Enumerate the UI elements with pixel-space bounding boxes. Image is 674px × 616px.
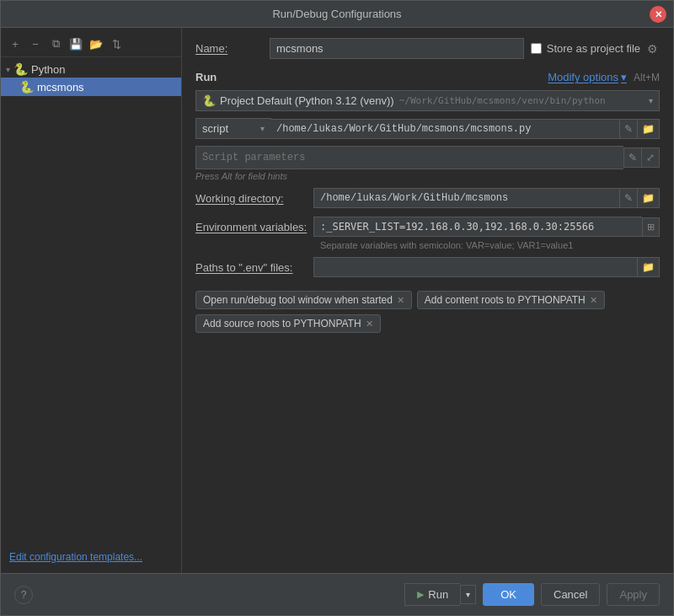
edit-templates-link[interactable]: Edit configuration templates... — [1, 544, 181, 570]
apply-button[interactable]: Apply — [607, 583, 660, 606]
tags-area: Open run/debug tool window when started … — [195, 291, 660, 333]
run-play-icon: ▶ — [417, 589, 424, 600]
sidebar-group-label: Python — [31, 63, 65, 76]
content-area: Name: Store as project file ⚙ Run Modify… — [182, 28, 673, 573]
paths-row: Paths to ".env" files: 📁 — [195, 257, 660, 277]
sidebar-item-label: mcsmons — [37, 81, 84, 94]
paths-input[interactable] — [313, 257, 637, 277]
interpreter-row: 🐍 Project Default (Python 3.12 (venv)) ~… — [195, 90, 660, 111]
help-button[interactable]: ? — [14, 586, 33, 604]
working-dir-input[interactable] — [313, 188, 619, 208]
working-dir-row: Working directory: ✎ 📁 — [195, 188, 660, 208]
script-type-row: script ▾ ✎ 📁 — [195, 118, 660, 139]
item-icon: 🐍 — [19, 80, 34, 94]
add-config-button[interactable]: + — [6, 35, 24, 53]
working-dir-edit-btn[interactable]: ✎ — [619, 188, 638, 208]
script-params-edit-btn[interactable]: ✎ — [623, 147, 642, 168]
modify-options-button[interactable]: Modify options ▾ — [548, 71, 627, 83]
script-type-dropdown[interactable]: script ▾ — [195, 118, 271, 139]
tag-open-tool-window-close[interactable]: ✕ — [397, 295, 404, 306]
hint-text: Press Alt for field hints — [195, 171, 660, 181]
tag-content-roots-label: Add content roots to PYTHONPATH — [425, 294, 586, 306]
dialog-title: Run/Debug Configurations — [272, 8, 401, 20]
script-params-expand-btn[interactable]: ⤢ — [642, 147, 660, 168]
bottom-bar: ? ▶ Run ▾ OK Cancel Apply — [1, 573, 673, 615]
tag-open-tool-window: Open run/debug tool window when started … — [195, 291, 412, 309]
remove-config-button[interactable]: − — [26, 35, 45, 53]
store-project-label: Store as project file — [547, 42, 640, 55]
close-button[interactable]: ✕ — [650, 6, 666, 23]
tag-source-roots-label: Add source roots to PYTHONPATH — [203, 318, 361, 329]
interpreter-icon: 🐍 — [202, 94, 216, 107]
interpreter-path: ~/Work/GitHub/mcsmons/venv/bin/python — [399, 95, 649, 106]
sort-button[interactable]: ⇅ — [107, 35, 126, 53]
env-vars-label: Environment variables: — [195, 221, 313, 233]
tag-content-roots: Add content roots to PYTHONPATH ✕ — [417, 291, 605, 309]
name-input[interactable] — [270, 38, 524, 59]
run-btn-group: ▶ Run ▾ — [404, 583, 476, 606]
tag-open-tool-window-label: Open run/debug tool window when started — [203, 294, 393, 306]
cancel-button[interactable]: Cancel — [541, 583, 600, 606]
script-params-row: ✎ ⤢ — [195, 146, 660, 169]
env-vars-input[interactable] — [313, 217, 642, 237]
sidebar-content: ▾ 🐍 Python 🐍 mcsmons — [1, 57, 181, 99]
run-section-title: Run — [195, 71, 217, 83]
alt-m-hint: Alt+M — [634, 72, 660, 83]
script-path-input[interactable] — [270, 119, 619, 139]
env-hint: Separate variables with semicolon: VAR=v… — [195, 240, 660, 250]
paths-label: Paths to ".env" files: — [195, 261, 313, 274]
run-button-label: Run — [428, 588, 448, 601]
title-bar: Run/Debug Configurations ✕ — [1, 1, 673, 28]
script-type-chevron: ▾ — [260, 124, 265, 133]
ok-button[interactable]: OK — [483, 583, 534, 606]
interpreter-label: Project Default (Python 3.12 (venv)) — [220, 94, 394, 107]
run-button[interactable]: ▶ Run — [404, 583, 460, 606]
sidebar: + − ⧉ 💾 📂 ⇅ ▾ 🐍 Python 🐍 mcsmons Edit co… — [1, 28, 182, 573]
gear-button[interactable]: ⚙ — [645, 42, 660, 56]
store-project-row: Store as project file ⚙ — [531, 42, 660, 56]
tag-source-roots: Add source roots to PYTHONPATH ✕ — [195, 314, 381, 333]
interpreter-dropdown[interactable]: 🐍 Project Default (Python 3.12 (venv)) ~… — [195, 90, 660, 111]
working-dir-folder-btn[interactable]: 📁 — [638, 188, 660, 208]
sidebar-group-python[interactable]: ▾ 🐍 Python — [1, 61, 181, 78]
script-path-folder-btn[interactable]: 📁 — [638, 119, 660, 139]
new-folder-button[interactable]: 📂 — [87, 35, 105, 53]
script-path-edit-btn[interactable]: ✎ — [619, 119, 638, 139]
script-params-input[interactable] — [195, 146, 623, 169]
bottom-left: ? — [14, 586, 33, 604]
modify-options-area: Modify options ▾ Alt+M — [548, 71, 660, 83]
interpreter-chevron: ▾ — [649, 96, 653, 105]
sidebar-toolbar: + − ⧉ 💾 📂 ⇅ — [1, 31, 181, 57]
run-dropdown-arrow[interactable]: ▾ — [460, 585, 476, 604]
run-section-header: Run Modify options ▾ Alt+M — [195, 71, 660, 83]
tag-source-roots-close[interactable]: ✕ — [366, 319, 373, 329]
name-row: Name: Store as project file ⚙ — [195, 38, 660, 59]
sidebar-item-mcsmons[interactable]: 🐍 mcsmons — [1, 78, 181, 96]
script-type-label: script — [202, 122, 228, 135]
paths-folder-btn[interactable]: 📁 — [637, 257, 660, 277]
name-label: Name: — [195, 42, 263, 55]
main-area: + − ⧉ 💾 📂 ⇅ ▾ 🐍 Python 🐍 mcsmons Edit co… — [1, 28, 673, 573]
working-dir-label: Working directory: — [195, 192, 313, 205]
env-vars-expand-btn[interactable]: ⊞ — [642, 217, 660, 237]
python-group-icon: 🐍 — [13, 62, 28, 76]
modify-options-label: Modify options — [548, 71, 618, 83]
run-debug-dialog: Run/Debug Configurations ✕ + − ⧉ 💾 📂 ⇅ ▾… — [0, 0, 674, 616]
expand-icon: ▾ — [6, 65, 10, 74]
env-var-row: Environment variables: ⊞ — [195, 217, 660, 237]
save-config-button[interactable]: 💾 — [67, 35, 85, 53]
copy-config-button[interactable]: ⧉ — [46, 35, 65, 53]
tag-content-roots-close[interactable]: ✕ — [590, 295, 597, 306]
store-project-checkbox[interactable] — [531, 43, 542, 54]
modify-options-chevron: ▾ — [621, 71, 627, 83]
